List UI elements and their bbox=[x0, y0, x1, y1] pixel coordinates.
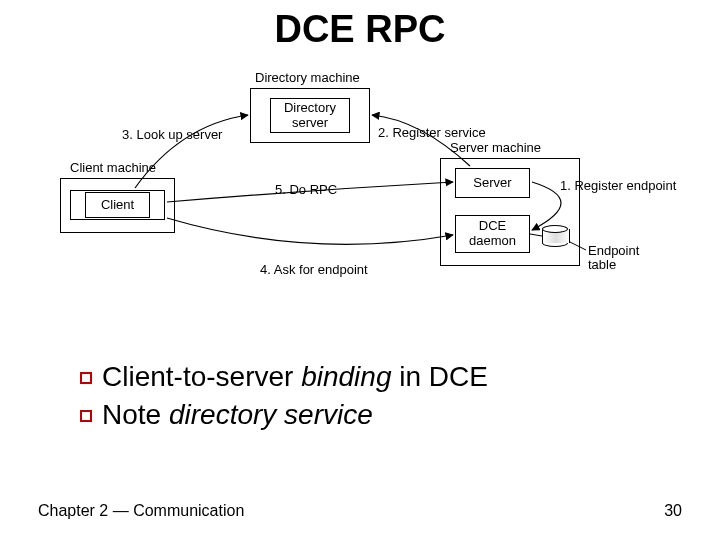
server-machine-label: Server machine bbox=[450, 140, 541, 155]
bullet-marker-icon bbox=[80, 372, 92, 384]
step-1-label: 1. Register endpoint bbox=[560, 178, 676, 193]
step-4-label: 4. Ask for endpoint bbox=[260, 262, 368, 277]
bullet-text-em: binding bbox=[301, 361, 391, 392]
bullet-item: Client-to-server binding in DCE bbox=[80, 358, 660, 396]
bullet-marker-icon bbox=[80, 410, 92, 422]
client-machine-label: Client machine bbox=[70, 160, 156, 175]
dce-diagram: Directory machine Directory server Clien… bbox=[60, 70, 660, 330]
dce-daemon-box: DCE daemon bbox=[455, 215, 530, 253]
bullet-text-em: directory service bbox=[169, 399, 373, 430]
bullet-text-pre: Note bbox=[102, 399, 169, 430]
client-box: Client bbox=[85, 192, 150, 218]
endpoint-table-icon bbox=[542, 225, 568, 247]
bullet-item: Note directory service bbox=[80, 396, 660, 434]
directory-machine-label: Directory machine bbox=[255, 70, 360, 85]
directory-server-box: Directory server bbox=[270, 98, 350, 133]
endpoint-table-label: Endpoint table bbox=[588, 244, 639, 273]
server-box: Server bbox=[455, 168, 530, 198]
step-5-label: 5. Do RPC bbox=[275, 182, 337, 197]
bullet-list: Client-to-server binding in DCE Note dir… bbox=[80, 358, 660, 434]
slide-title: DCE RPC bbox=[0, 8, 720, 51]
bullet-text-pre: Client-to-server bbox=[102, 361, 301, 392]
step-3-label: 3. Look up server bbox=[122, 127, 222, 142]
step-2-label: 2. Register service bbox=[378, 125, 486, 140]
footer-page-number: 30 bbox=[664, 502, 682, 520]
bullet-text-post: in DCE bbox=[391, 361, 487, 392]
footer-chapter: Chapter 2 — Communication bbox=[38, 502, 244, 520]
